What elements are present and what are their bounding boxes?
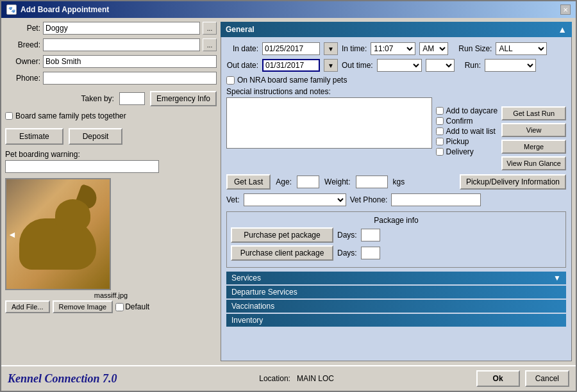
pickup-label: Pickup	[446, 137, 469, 146]
phone-input[interactable]	[43, 72, 217, 85]
vaccinations-label: Vaccinations	[231, 302, 274, 311]
kgs-label: kgs	[393, 177, 405, 186]
vet-phone-label: Vet Phone:	[350, 195, 388, 204]
out-date-input[interactable]	[262, 59, 320, 72]
out-date-picker-button[interactable]: ▼	[324, 59, 338, 72]
add-daycare-checkbox[interactable]	[436, 107, 444, 115]
phone-label: Phone:	[5, 74, 40, 83]
vaccinations-header[interactable]: Vaccinations	[226, 300, 566, 313]
in-ampm-select[interactable]: AM PM	[419, 42, 448, 55]
default-checkbox[interactable]	[115, 303, 124, 311]
check-pickup: Pickup	[436, 137, 498, 146]
in-date-picker-button[interactable]: ▼	[324, 42, 338, 55]
breed-row: Breed: ...	[5, 38, 217, 51]
cancel-button[interactable]: Cancel	[525, 370, 569, 387]
departure-header[interactable]: Departure Services	[226, 286, 566, 298]
in-date-label: In date:	[226, 44, 258, 53]
out-date-row: Out date: ▼ Out time: Run:	[226, 59, 566, 72]
view-run-glance-button[interactable]: View Run Glance	[501, 156, 566, 170]
taken-by-row: Taken by: Emergency Info	[5, 91, 217, 106]
emergency-info-button[interactable]: Emergency Info	[150, 91, 217, 106]
in-date-input[interactable]	[262, 42, 320, 55]
app-icon: 🐾	[6, 4, 17, 15]
inventory-header[interactable]: Inventory	[226, 314, 566, 327]
run-size-select[interactable]: ALL	[496, 42, 547, 55]
breed-input[interactable]	[43, 38, 200, 51]
ok-button[interactable]: Ok	[476, 370, 520, 387]
services-arrow-icon: ▼	[553, 274, 561, 282]
status-buttons: Ok Cancel	[476, 370, 569, 387]
warning-input[interactable]	[5, 160, 159, 173]
deposit-button[interactable]: Deposit	[69, 128, 123, 145]
purchase-pet-package-button[interactable]: Purchase pet package	[231, 227, 333, 243]
check-add-daycare: Add to daycare	[436, 106, 498, 115]
get-last-button[interactable]: Get Last	[226, 174, 271, 190]
general-panel: In date: ▼ In time: 11:07 AM PM Run Size…	[221, 37, 572, 361]
pickup-checkbox[interactable]	[436, 138, 444, 145]
age-input[interactable]	[297, 176, 319, 188]
nra-label: On NRA board same family pets	[237, 76, 347, 85]
vet-phone-input[interactable]	[391, 193, 481, 206]
run-select[interactable]	[485, 59, 536, 72]
breed-browse-button[interactable]: ...	[203, 38, 217, 51]
main-window: 🐾 Add Board Appointment ✕ Pet: ... Breed…	[0, 0, 577, 392]
confirm-checkbox[interactable]	[436, 117, 444, 125]
estimate-button[interactable]: Estimate	[5, 128, 63, 145]
board-same-checkbox[interactable]	[5, 112, 13, 120]
close-button[interactable]: ✕	[560, 4, 571, 15]
owner-label: Owner:	[5, 57, 40, 66]
main-content: Pet: ... Breed: ... Owner: Phone: Taken …	[1, 18, 576, 365]
pet-browse-button[interactable]: ...	[203, 22, 217, 35]
merge-button[interactable]: Merge	[501, 140, 566, 154]
pet-image-placeholder	[6, 179, 110, 289]
services-header[interactable]: Services ▼	[226, 272, 566, 284]
phone-row: Phone:	[5, 72, 217, 85]
nra-checkbox[interactable]	[226, 76, 235, 85]
general-header-label: General	[226, 25, 255, 34]
in-time-select[interactable]: 11:07	[371, 42, 415, 55]
view-button[interactable]: View	[501, 123, 566, 137]
delivery-checkbox[interactable]	[436, 148, 444, 156]
taken-by-input[interactable]	[119, 92, 145, 105]
out-ampm-select[interactable]	[426, 59, 455, 72]
days-input-2[interactable]	[361, 247, 380, 259]
vet-label: Vet:	[226, 195, 240, 204]
remove-image-button[interactable]: Remove Image	[53, 300, 113, 313]
delivery-label: Delivery	[446, 147, 473, 156]
special-row: Add to daycare Confirm Add to wait list	[226, 97, 566, 170]
out-date-label: Out date:	[226, 61, 258, 70]
days-input-1[interactable]	[361, 229, 380, 241]
pickup-delivery-button[interactable]: Pickup/Delivery Information	[460, 174, 566, 190]
pet-image-container: ◄	[5, 178, 111, 290]
check-delivery: Delivery	[436, 147, 498, 156]
pet-input[interactable]	[43, 22, 200, 35]
wait-list-checkbox[interactable]	[436, 127, 444, 135]
breed-label: Breed:	[5, 40, 40, 49]
general-expand-icon[interactable]: ▲	[558, 24, 567, 35]
special-textarea[interactable]	[226, 97, 432, 149]
vet-select[interactable]	[244, 193, 346, 206]
add-file-button[interactable]: Add File...	[5, 300, 50, 313]
owner-row: Owner:	[5, 55, 217, 68]
pet-label: Pet:	[5, 24, 40, 33]
image-prev-button[interactable]: ◄	[8, 229, 17, 240]
get-last-row: Get Last Age: Weight: kgs Pickup/Deliver…	[226, 174, 566, 190]
purchase-pet-row: Purchase pet package Days:	[231, 227, 562, 243]
out-time-select[interactable]	[377, 59, 422, 72]
inventory-label: Inventory	[231, 316, 263, 325]
purchase-client-package-button[interactable]: Purchase client package	[231, 245, 333, 261]
services-sections: Services ▼ Departure Services Vaccinatio…	[226, 272, 566, 327]
location-label: Location:	[259, 374, 290, 383]
vet-row: Vet: Vet Phone:	[226, 193, 566, 206]
age-label: Age:	[276, 177, 292, 186]
general-header: General ▲	[221, 22, 572, 37]
location-info: Location: MAIN LOC	[259, 374, 334, 383]
owner-input[interactable]	[43, 55, 217, 68]
purchase-client-row: Purchase client package Days:	[231, 245, 562, 261]
warning-section: Pet boarding warning:	[5, 150, 217, 173]
in-time-label: In time:	[342, 44, 367, 53]
right-panel: General ▲ In date: ▼ In time: 11:07 AM P…	[221, 22, 572, 361]
in-date-row: In date: ▼ In time: 11:07 AM PM Run Size…	[226, 42, 566, 55]
get-last-run-button[interactable]: Get Last Run	[501, 106, 566, 120]
weight-input[interactable]	[356, 176, 388, 188]
